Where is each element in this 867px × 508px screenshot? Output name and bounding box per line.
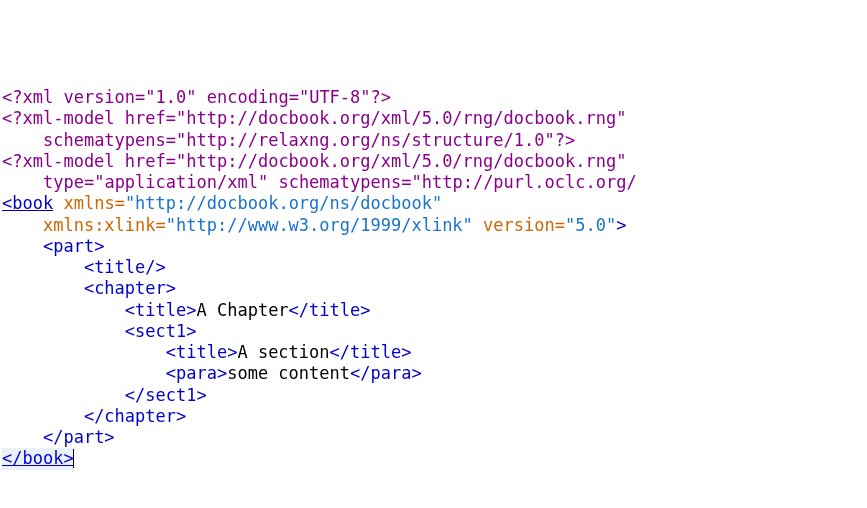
code-line: <?xml-model href="http://docbook.org/xml… bbox=[2, 108, 626, 128]
attr-name: href bbox=[125, 108, 166, 128]
equals: = bbox=[156, 215, 166, 235]
tag-part-close: </part> bbox=[43, 427, 115, 447]
attr-name: version bbox=[63, 87, 135, 107]
pi-open: <?xml-model bbox=[2, 108, 125, 128]
code-line: <book xmlns="http://docbook.org/ns/docbo… bbox=[2, 193, 442, 213]
attr-value: "http://www.w3.org/1999/xlink" bbox=[166, 215, 473, 235]
pi-open: <?xml bbox=[2, 87, 63, 107]
code-line: </chapter> bbox=[2, 406, 186, 426]
pi-open: <?xml-model bbox=[2, 151, 125, 171]
attr-name: xmlns bbox=[63, 193, 114, 213]
chapter-title-text: A Chapter bbox=[196, 300, 288, 320]
attr-value: "http://relaxng.org/ns/structure/1.0" bbox=[176, 130, 555, 150]
attr-name: encoding bbox=[207, 87, 289, 107]
section-title-text: A section bbox=[237, 342, 329, 362]
code-line: <para>some content</para> bbox=[2, 363, 422, 383]
tag-chapter-close: </chapter> bbox=[84, 406, 186, 426]
attr-value: "http://docbook.org/xml/5.0/rng/docbook.… bbox=[176, 151, 626, 171]
equals: = bbox=[166, 151, 176, 171]
tag-book-close: </book> bbox=[2, 448, 74, 468]
tag-sect1-close: </sect1> bbox=[125, 385, 207, 405]
attr-value: "application/xml" bbox=[94, 172, 268, 192]
code-line: <title>A Chapter</title> bbox=[2, 300, 371, 320]
tag-title-empty: <title/> bbox=[84, 257, 166, 277]
code-line: type="application/xml" schematypens="htt… bbox=[2, 172, 637, 192]
attr-name: schematypens bbox=[278, 172, 401, 192]
tag-chapter: <chapter> bbox=[84, 278, 176, 298]
attr-name: schematypens bbox=[43, 130, 166, 150]
tag-open-book: <book bbox=[2, 193, 53, 213]
equals: = bbox=[166, 130, 176, 150]
code-line: <?xml version="1.0" encoding="UTF-8"?> bbox=[2, 87, 391, 107]
tag-title-close: </title> bbox=[330, 342, 412, 362]
attr-value: "5.0" bbox=[565, 215, 616, 235]
code-line: xmlns:xlink="http://www.w3.org/1999/xlin… bbox=[2, 215, 626, 235]
tag-sect1: <sect1> bbox=[125, 321, 197, 341]
attr-name: type bbox=[43, 172, 84, 192]
text-cursor bbox=[73, 449, 74, 469]
code-line: schematypens="http://relaxng.org/ns/stru… bbox=[2, 130, 575, 150]
attr-value: "1.0" bbox=[145, 87, 196, 107]
tag-para-open: <para> bbox=[166, 363, 227, 383]
equals: = bbox=[555, 215, 565, 235]
tag-para-close: </para> bbox=[350, 363, 422, 383]
tag-part: <part> bbox=[43, 236, 104, 256]
equals: = bbox=[289, 87, 299, 107]
equals: = bbox=[115, 193, 125, 213]
code-line: <sect1> bbox=[2, 321, 196, 341]
code-line: <title>A section</title> bbox=[2, 342, 411, 362]
code-line: </part> bbox=[2, 427, 115, 447]
code-line: <?xml-model href="http://docbook.org/xml… bbox=[2, 151, 626, 171]
tag-title-close: </title> bbox=[289, 300, 371, 320]
attr-value: "http://purl.oclc.org/ bbox=[411, 172, 636, 192]
code-line-selected: </book> bbox=[2, 448, 74, 469]
tag-title-open: <title> bbox=[166, 342, 238, 362]
equals: = bbox=[401, 172, 411, 192]
xml-editor-view[interactable]: <?xml version="1.0" encoding="UTF-8"?> <… bbox=[0, 85, 867, 472]
attr-name: version bbox=[483, 215, 555, 235]
equals: = bbox=[135, 87, 145, 107]
tag-title-open: <title> bbox=[125, 300, 197, 320]
equals: = bbox=[166, 108, 176, 128]
pi-close: ?> bbox=[555, 130, 575, 150]
para-text: some content bbox=[227, 363, 350, 383]
code-line: <part> bbox=[2, 236, 104, 256]
code-line: <chapter> bbox=[2, 278, 176, 298]
code-line: <title/> bbox=[2, 257, 166, 277]
attr-name: xmlns:xlink bbox=[43, 215, 156, 235]
equals: = bbox=[84, 172, 94, 192]
attr-value: "http://docbook.org/xml/5.0/rng/docbook.… bbox=[176, 108, 626, 128]
pi-close: ?> bbox=[371, 87, 391, 107]
attr-name: href bbox=[125, 151, 166, 171]
code-line: </sect1> bbox=[2, 385, 207, 405]
tag-close-bracket: > bbox=[616, 215, 626, 235]
attr-value: "http://docbook.org/ns/docbook" bbox=[125, 193, 442, 213]
attr-value: "UTF-8" bbox=[299, 87, 371, 107]
